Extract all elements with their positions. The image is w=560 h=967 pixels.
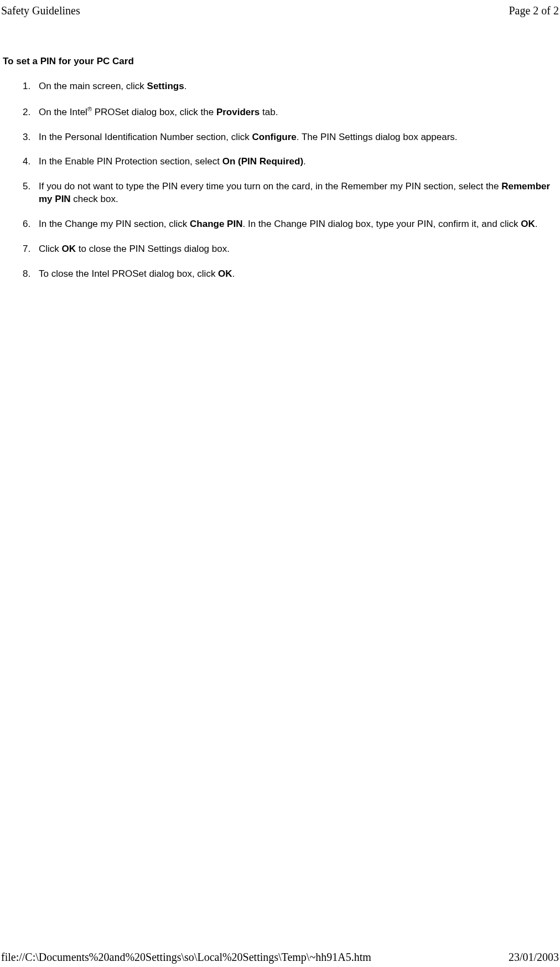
- text: check box.: [71, 194, 118, 204]
- text: . In the Change PIN dialog box, type you…: [242, 219, 521, 229]
- step-5: If you do not want to type the PIN every…: [33, 180, 554, 206]
- step-3: In the Personal Identification Number se…: [33, 131, 554, 144]
- registered-mark: ®: [87, 106, 92, 112]
- content-heading: To set a PIN for your PC Card: [3, 56, 554, 67]
- text: To close the Intel PROSet dialog box, cl…: [39, 268, 218, 279]
- text: Click: [39, 244, 62, 254]
- text: On the Intel: [39, 107, 87, 117]
- text: tab.: [260, 107, 278, 117]
- step-6: In the Change my PIN section, click Chan…: [33, 218, 554, 231]
- bold-settings: Settings: [147, 81, 184, 91]
- footer-date: 23/01/2003: [509, 951, 559, 964]
- footer-path: file://C:\Documents%20and%20Settings\so\…: [1, 951, 371, 964]
- text: .: [232, 268, 235, 279]
- text: .: [535, 219, 538, 229]
- step-7: Click OK to close the PIN Settings dialo…: [33, 243, 554, 256]
- bold-ok-3: OK: [218, 268, 232, 279]
- text: On the main screen, click: [39, 81, 147, 91]
- bold-ok-2: OK: [62, 244, 76, 254]
- page-content: To set a PIN for your PC Card On the mai…: [0, 17, 560, 281]
- text: .: [184, 81, 187, 91]
- text: In the Enable PIN Protection section, se…: [39, 156, 222, 167]
- bold-ok-1: OK: [521, 219, 535, 229]
- page-header: Safety Guidelines Page 2 of 2: [0, 0, 560, 17]
- header-title: Safety Guidelines: [1, 4, 80, 17]
- text: In the Change my PIN section, click: [39, 219, 190, 229]
- step-2: On the Intel® PROSet dialog box, click t…: [33, 105, 554, 119]
- step-8: To close the Intel PROSet dialog box, cl…: [33, 268, 554, 281]
- page-footer: file://C:\Documents%20and%20Settings\so\…: [0, 951, 560, 964]
- step-4: In the Enable PIN Protection section, se…: [33, 156, 554, 168]
- step-1: On the main screen, click Settings.: [33, 80, 554, 93]
- text: to close the PIN Settings dialog box.: [76, 244, 230, 254]
- text: . The PIN Settings dialog box appears.: [297, 132, 458, 142]
- text: .: [303, 156, 306, 167]
- bold-change-pin: Change PIN: [190, 219, 242, 229]
- text: PROSet dialog box, click the: [92, 107, 216, 117]
- header-pageinfo: Page 2 of 2: [509, 4, 559, 17]
- bold-configure: Configure: [252, 132, 297, 142]
- bold-providers: Providers: [216, 107, 260, 117]
- text: In the Personal Identification Number se…: [39, 132, 252, 142]
- bold-on-pin-required: On (PIN Required): [222, 156, 303, 167]
- steps-list: On the main screen, click Settings. On t…: [3, 80, 554, 281]
- text: If you do not want to type the PIN every…: [39, 181, 501, 192]
